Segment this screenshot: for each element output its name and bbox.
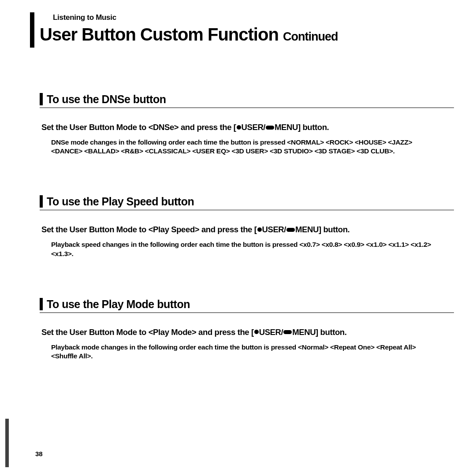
bar-icon bbox=[286, 228, 295, 232]
section-header-bar bbox=[40, 298, 43, 310]
chapter-label: Listening to Music bbox=[53, 13, 454, 22]
section-detail: Playback speed changes in the following … bbox=[51, 240, 441, 258]
section-intro: Set the User Button Mode to <Play Speed>… bbox=[41, 224, 454, 235]
intro-post: MENU] button. bbox=[295, 225, 350, 234]
page-number: 38 bbox=[35, 450, 43, 457]
section-detail: DNSe mode changes in the following order… bbox=[51, 138, 441, 156]
dot-icon bbox=[254, 330, 259, 334]
section-header-bar bbox=[40, 93, 43, 105]
section-header: To use the Play Speed button bbox=[40, 195, 454, 210]
page-title: User Button Custom Function Continued bbox=[40, 25, 454, 45]
intro-pre: Set the User Button Mode to <DNSe> and p… bbox=[41, 123, 236, 132]
section-play-speed: To use the Play Speed button Set the Use… bbox=[40, 195, 454, 258]
section-title: To use the DNSe button bbox=[47, 93, 454, 106]
section-title: To use the Play Mode button bbox=[47, 298, 454, 311]
dot-icon bbox=[237, 125, 241, 130]
intro-mid: USER/ bbox=[262, 225, 286, 234]
page-title-continued: Continued bbox=[283, 30, 338, 43]
dot-icon bbox=[257, 227, 262, 232]
page-title-main: User Button Custom Function bbox=[40, 25, 279, 44]
intro-pre: Set the User Button Mode to <Play Mode> … bbox=[41, 327, 254, 337]
section-play-mode: To use the Play Mode button Set the User… bbox=[40, 298, 454, 361]
section-intro: Set the User Button Mode to <DNSe> and p… bbox=[41, 122, 454, 133]
section-header-bar bbox=[40, 195, 43, 208]
intro-pre: Set the User Button Mode to <Play Speed>… bbox=[41, 225, 257, 234]
intro-post: MENU] button. bbox=[292, 327, 346, 337]
section-intro: Set the User Button Mode to <Play Mode> … bbox=[41, 327, 454, 338]
bar-icon bbox=[283, 330, 292, 334]
section-detail: Playback mode changes in the following o… bbox=[51, 343, 441, 361]
section-header: To use the DNSe button bbox=[40, 93, 454, 108]
side-tab bbox=[5, 419, 9, 467]
section-header: To use the Play Mode button bbox=[40, 298, 454, 313]
title-vertical-bar bbox=[30, 12, 34, 48]
section-title: To use the Play Speed button bbox=[47, 195, 454, 208]
intro-mid: USER/ bbox=[259, 327, 283, 337]
bar-icon bbox=[266, 126, 274, 130]
intro-post: MENU] button. bbox=[275, 123, 329, 132]
section-dnse: To use the DNSe button Set the User Butt… bbox=[40, 93, 454, 156]
intro-mid: USER/ bbox=[242, 123, 266, 132]
